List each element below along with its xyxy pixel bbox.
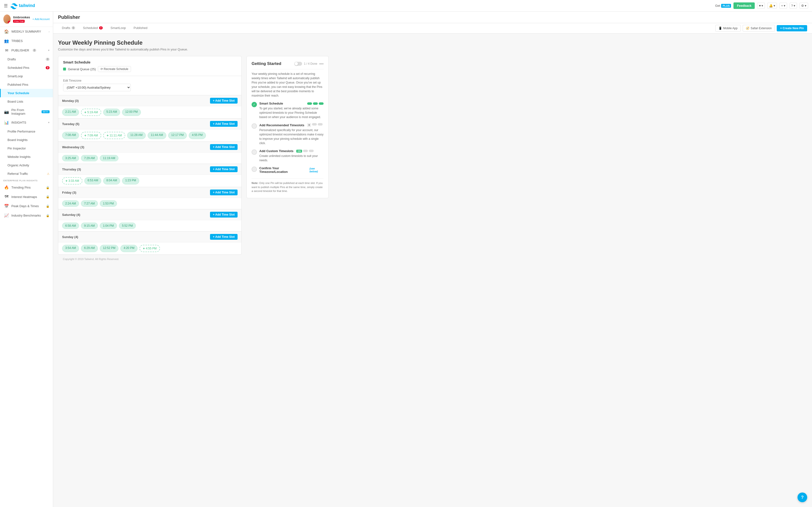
time-slot[interactable]: 6:53 AM (84, 177, 101, 184)
time-slot[interactable]: 2:24 AM (62, 201, 79, 207)
time-slot-dashed[interactable]: + 3:33 AM (62, 177, 83, 184)
sidebar-item-peak-days[interactable]: 📅 Peak Days & Times 🔒 (0, 201, 53, 211)
time-slot[interactable]: 1:04 PM (100, 223, 117, 229)
heart-icon: ♥ (759, 4, 761, 7)
add-button[interactable]: + ▾ (779, 3, 787, 9)
drafts-badge: 0 (46, 58, 50, 61)
sidebar-label: Your Schedule (7, 91, 29, 95)
sidebar-label: SmartLoop (7, 74, 23, 78)
sidebar-label: Pin From Instagram (11, 108, 38, 115)
tab-published[interactable]: Published (130, 23, 151, 33)
sidebar-item-referral-traffic[interactable]: Referral Traffic ⚠ (0, 169, 53, 178)
time-slot-dashed[interactable]: + 11:11 AM (103, 132, 125, 139)
time-slot-dashed[interactable]: + 5:19 AM (81, 109, 101, 116)
time-slot[interactable]: 12:52 PM (100, 245, 118, 252)
add-time-slot-button[interactable]: + Add Time Slot (210, 234, 238, 240)
time-slot[interactable]: 8:04 AM (103, 177, 120, 184)
time-slot[interactable]: 4:55 PM (189, 132, 206, 139)
sidebar-item-publisher[interactable]: ✉ PUBLISHER 0 ▾ (0, 46, 53, 55)
time-slot[interactable]: 1:53 PM (100, 201, 117, 207)
toggle-knob (295, 62, 298, 65)
sidebar-item-pin-from-instagram[interactable]: 📷 Pin From Instagram BETA (0, 106, 53, 118)
sidebar-label: WEEKLY SUMMARY (11, 30, 41, 33)
time-slot[interactable]: 12:00 PM (122, 109, 141, 116)
help-float-button[interactable]: ? (798, 493, 807, 502)
day-block-saturday: Saturday (4) + Add Time Slot 6:58 AM 9:1… (58, 209, 242, 231)
time-slot[interactable]: 11:28 AM (127, 132, 146, 139)
time-slot[interactable]: 7:27 AM (81, 201, 98, 207)
feedback-button[interactable]: Feedback (733, 2, 755, 9)
mobile-app-button[interactable]: 📱 Mobile App (715, 25, 741, 32)
sidebar-item-your-schedule[interactable]: Your Schedule (0, 89, 53, 97)
day-block-sunday: Sunday (4) + Add Time Slot 3:54 AM 6:29 … (58, 231, 242, 255)
sidebar-item-profile-performance[interactable]: Profile Performance (0, 127, 53, 136)
add-account-button[interactable]: + Add Account (33, 18, 50, 20)
add-time-slot-button[interactable]: + Add Time Slot (210, 212, 238, 218)
add-time-slot-button[interactable]: + Add Time Slot (210, 189, 238, 195)
plus-badge[interactable]: PLUS (721, 4, 731, 8)
sidebar-item-tribes[interactable]: 👥 TRIBES (0, 36, 53, 46)
sidebar-item-board-lists[interactable]: Board Lists (0, 97, 53, 106)
enterprise-section-label: ENTERPRISE PLAN INSIGHTS (0, 178, 53, 183)
safari-extension-button[interactable]: 🧭 Safari Extension (743, 25, 775, 32)
time-slot[interactable]: 4:20 PM (120, 245, 138, 252)
sidebar-item-published-pins[interactable]: Published Pins (0, 80, 53, 89)
sidebar-item-smartloop[interactable]: SmartLoop (0, 72, 53, 80)
timezone-select[interactable]: (GMT +10:00) Australia/Sydney (63, 84, 131, 91)
sidebar-item-drafts[interactable]: Drafts 0 (0, 55, 53, 63)
add-time-slot-button[interactable]: + Add Time Slot (210, 98, 238, 104)
settings-button[interactable]: ⚙ ▾ (800, 3, 808, 9)
add-time-slot-button[interactable]: + Add Time Slot (210, 166, 238, 172)
time-slot[interactable]: 6:58 AM (62, 223, 79, 229)
time-slot[interactable]: 9:15 AM (81, 223, 98, 229)
create-new-pin-button[interactable]: + Create New Pin (777, 25, 807, 32)
day-header: Friday (3) + Add Time Slot (58, 187, 242, 198)
sidebar-item-weekly-summary[interactable]: 🏠 WEEKLY SUMMARY › (0, 27, 53, 36)
time-slot[interactable]: 3:25 AM (62, 155, 79, 161)
notification-button[interactable]: 🔔 ▾ (767, 3, 777, 9)
day-header: Wednesday (3) + Add Time Slot (58, 142, 242, 153)
tab-smartloop[interactable]: SmartLoop (107, 23, 130, 33)
sidebar-item-industry-benchmarks[interactable]: 📈 Industry Benchmarks 🔒 (0, 211, 53, 220)
time-slot-dashed[interactable]: + 4:55 PM (140, 245, 160, 252)
smart-schedule-card: Smart Schedule General Queue (25) ⟳ Recr… (58, 56, 242, 76)
heart-button[interactable]: ♥ ▾ (757, 3, 765, 9)
sidebar-item-insights[interactable]: 📊 INSIGHTS ▾ (0, 118, 53, 127)
time-slot-dashed[interactable]: + 7:09 AM (81, 132, 101, 139)
gs-check-pending (252, 150, 257, 155)
day-slots: + 3:33 AM 6:53 AM 8:04 AM 1:23 PM (58, 175, 242, 187)
time-slot[interactable]: 5:23 AM (103, 109, 120, 116)
sidebar-label: Drafts (7, 57, 16, 61)
time-slot[interactable]: 3:54 AM (62, 245, 79, 252)
time-slot[interactable]: 5:52 PM (119, 223, 136, 229)
add-time-slot-button[interactable]: + Add Time Slot (210, 121, 238, 127)
recreate-schedule-button[interactable]: ⟳ Recreate Schedule (98, 66, 131, 72)
sidebar-item-interest-heatmaps[interactable]: 🗺 Interest Heatmaps 🔒 (0, 192, 53, 201)
time-slot[interactable]: 1:23 PM (122, 177, 139, 184)
tab-scheduled[interactable]: Scheduled 0 (79, 23, 107, 33)
gs-item-smart-schedule: ✓ Smart Schedule To get you started, (252, 102, 323, 119)
time-slot[interactable]: 12:17 PM (168, 132, 187, 139)
mobile-app-label: Mobile App (723, 26, 738, 30)
gs-note: Note: Only one Pin will be published at … (252, 178, 323, 193)
time-slot[interactable]: 11:44 AM (148, 132, 166, 139)
hamburger-icon[interactable]: ☰ (4, 3, 8, 8)
sidebar-item-website-insights[interactable]: Website Insights (0, 153, 53, 161)
sidebar-item-scheduled-pins[interactable]: Scheduled Pins 0 (0, 63, 53, 72)
time-slot[interactable]: 11:19 AM (100, 155, 118, 161)
sidebar-item-board-insights[interactable]: Board Insights (0, 136, 53, 144)
add-time-slot-button[interactable]: + Add Time Slot (210, 144, 238, 150)
day-name: Saturday (4) (62, 213, 80, 217)
time-slot[interactable]: 7:29 AM (81, 155, 98, 161)
time-slot[interactable]: 2:21 AM (62, 109, 79, 116)
gs-toggle-switch[interactable] (294, 62, 302, 66)
help-button[interactable]: ? ▾ (790, 3, 797, 9)
sidebar-item-organic-activity[interactable]: Organic Activity (0, 161, 53, 169)
sidebar-item-pin-inspector[interactable]: Pin Inspector (0, 144, 53, 153)
time-slot[interactable]: 7:08 AM (62, 132, 79, 139)
time-slot[interactable]: 6:29 AM (81, 245, 98, 252)
tab-drafts[interactable]: Drafts 0 (58, 23, 79, 33)
chevron-right-icon: › (49, 30, 50, 33)
gs-collapse-button[interactable]: — (319, 61, 323, 66)
sidebar-item-trending-pins[interactable]: 🔥 Trending Pins 🔒 (0, 183, 53, 192)
